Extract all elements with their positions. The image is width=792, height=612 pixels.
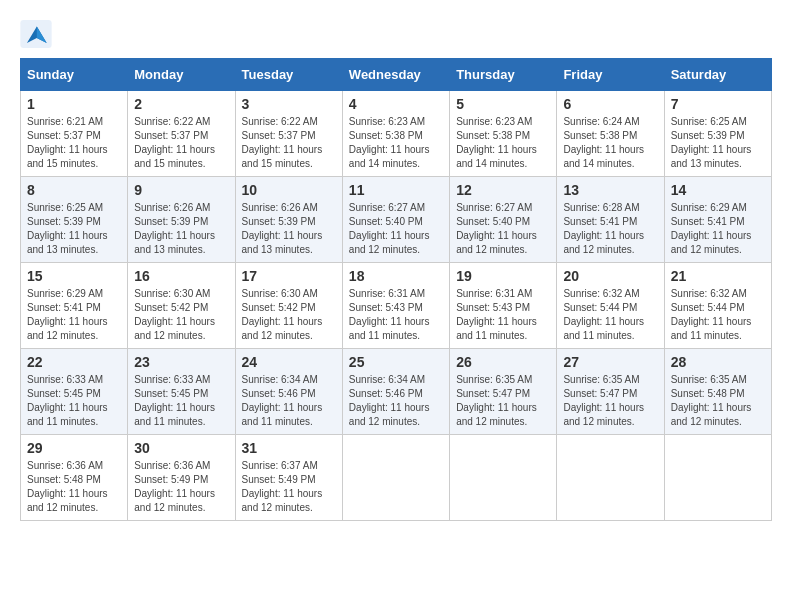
day-number: 13 — [563, 182, 657, 198]
day-number: 22 — [27, 354, 121, 370]
day-info: Sunrise: 6:22 AMSunset: 5:37 PMDaylight:… — [242, 115, 336, 171]
day-number: 19 — [456, 268, 550, 284]
calendar-week-row: 8Sunrise: 6:25 AMSunset: 5:39 PMDaylight… — [21, 177, 772, 263]
day-info: Sunrise: 6:35 AMSunset: 5:47 PMDaylight:… — [456, 373, 550, 429]
day-number: 25 — [349, 354, 443, 370]
calendar-cell: 4Sunrise: 6:23 AMSunset: 5:38 PMDaylight… — [342, 91, 449, 177]
calendar-cell: 15Sunrise: 6:29 AMSunset: 5:41 PMDayligh… — [21, 263, 128, 349]
day-number: 2 — [134, 96, 228, 112]
calendar-cell — [664, 435, 771, 521]
day-info: Sunrise: 6:37 AMSunset: 5:49 PMDaylight:… — [242, 459, 336, 515]
day-info: Sunrise: 6:31 AMSunset: 5:43 PMDaylight:… — [456, 287, 550, 343]
calendar-cell: 27Sunrise: 6:35 AMSunset: 5:47 PMDayligh… — [557, 349, 664, 435]
day-number: 31 — [242, 440, 336, 456]
day-info: Sunrise: 6:21 AMSunset: 5:37 PMDaylight:… — [27, 115, 121, 171]
calendar-cell: 19Sunrise: 6:31 AMSunset: 5:43 PMDayligh… — [450, 263, 557, 349]
calendar-week-row: 22Sunrise: 6:33 AMSunset: 5:45 PMDayligh… — [21, 349, 772, 435]
day-number: 30 — [134, 440, 228, 456]
day-info: Sunrise: 6:27 AMSunset: 5:40 PMDaylight:… — [456, 201, 550, 257]
day-number: 9 — [134, 182, 228, 198]
calendar-cell — [450, 435, 557, 521]
day-number: 16 — [134, 268, 228, 284]
day-info: Sunrise: 6:30 AMSunset: 5:42 PMDaylight:… — [242, 287, 336, 343]
day-number: 3 — [242, 96, 336, 112]
day-info: Sunrise: 6:26 AMSunset: 5:39 PMDaylight:… — [134, 201, 228, 257]
calendar-header-row: SundayMondayTuesdayWednesdayThursdayFrid… — [21, 59, 772, 91]
day-number: 15 — [27, 268, 121, 284]
calendar-cell: 12Sunrise: 6:27 AMSunset: 5:40 PMDayligh… — [450, 177, 557, 263]
day-number: 6 — [563, 96, 657, 112]
calendar-cell: 25Sunrise: 6:34 AMSunset: 5:46 PMDayligh… — [342, 349, 449, 435]
day-info: Sunrise: 6:29 AMSunset: 5:41 PMDaylight:… — [27, 287, 121, 343]
day-number: 28 — [671, 354, 765, 370]
day-info: Sunrise: 6:24 AMSunset: 5:38 PMDaylight:… — [563, 115, 657, 171]
header-tuesday: Tuesday — [235, 59, 342, 91]
day-info: Sunrise: 6:23 AMSunset: 5:38 PMDaylight:… — [349, 115, 443, 171]
calendar-cell: 28Sunrise: 6:35 AMSunset: 5:48 PMDayligh… — [664, 349, 771, 435]
day-info: Sunrise: 6:36 AMSunset: 5:48 PMDaylight:… — [27, 459, 121, 515]
calendar-cell: 22Sunrise: 6:33 AMSunset: 5:45 PMDayligh… — [21, 349, 128, 435]
calendar-cell: 6Sunrise: 6:24 AMSunset: 5:38 PMDaylight… — [557, 91, 664, 177]
calendar-cell: 14Sunrise: 6:29 AMSunset: 5:41 PMDayligh… — [664, 177, 771, 263]
calendar-cell: 1Sunrise: 6:21 AMSunset: 5:37 PMDaylight… — [21, 91, 128, 177]
day-number: 29 — [27, 440, 121, 456]
day-info: Sunrise: 6:33 AMSunset: 5:45 PMDaylight:… — [27, 373, 121, 429]
calendar-cell: 7Sunrise: 6:25 AMSunset: 5:39 PMDaylight… — [664, 91, 771, 177]
calendar-cell: 23Sunrise: 6:33 AMSunset: 5:45 PMDayligh… — [128, 349, 235, 435]
calendar-cell: 11Sunrise: 6:27 AMSunset: 5:40 PMDayligh… — [342, 177, 449, 263]
calendar-week-row: 29Sunrise: 6:36 AMSunset: 5:48 PMDayligh… — [21, 435, 772, 521]
day-info: Sunrise: 6:32 AMSunset: 5:44 PMDaylight:… — [671, 287, 765, 343]
calendar-cell: 30Sunrise: 6:36 AMSunset: 5:49 PMDayligh… — [128, 435, 235, 521]
header-sunday: Sunday — [21, 59, 128, 91]
calendar-table: SundayMondayTuesdayWednesdayThursdayFrid… — [20, 58, 772, 521]
day-info: Sunrise: 6:25 AMSunset: 5:39 PMDaylight:… — [671, 115, 765, 171]
day-number: 5 — [456, 96, 550, 112]
day-info: Sunrise: 6:33 AMSunset: 5:45 PMDaylight:… — [134, 373, 228, 429]
day-number: 1 — [27, 96, 121, 112]
day-info: Sunrise: 6:27 AMSunset: 5:40 PMDaylight:… — [349, 201, 443, 257]
header-thursday: Thursday — [450, 59, 557, 91]
calendar-cell — [557, 435, 664, 521]
calendar-cell: 2Sunrise: 6:22 AMSunset: 5:37 PMDaylight… — [128, 91, 235, 177]
day-info: Sunrise: 6:22 AMSunset: 5:37 PMDaylight:… — [134, 115, 228, 171]
day-number: 21 — [671, 268, 765, 284]
logo-icon — [20, 20, 52, 48]
day-number: 4 — [349, 96, 443, 112]
calendar-cell: 18Sunrise: 6:31 AMSunset: 5:43 PMDayligh… — [342, 263, 449, 349]
day-number: 11 — [349, 182, 443, 198]
day-info: Sunrise: 6:28 AMSunset: 5:41 PMDaylight:… — [563, 201, 657, 257]
header-friday: Friday — [557, 59, 664, 91]
day-info: Sunrise: 6:31 AMSunset: 5:43 PMDaylight:… — [349, 287, 443, 343]
day-info: Sunrise: 6:32 AMSunset: 5:44 PMDaylight:… — [563, 287, 657, 343]
day-number: 18 — [349, 268, 443, 284]
day-number: 27 — [563, 354, 657, 370]
day-number: 14 — [671, 182, 765, 198]
calendar-cell: 17Sunrise: 6:30 AMSunset: 5:42 PMDayligh… — [235, 263, 342, 349]
calendar-cell: 10Sunrise: 6:26 AMSunset: 5:39 PMDayligh… — [235, 177, 342, 263]
day-info: Sunrise: 6:23 AMSunset: 5:38 PMDaylight:… — [456, 115, 550, 171]
day-number: 7 — [671, 96, 765, 112]
calendar-week-row: 1Sunrise: 6:21 AMSunset: 5:37 PMDaylight… — [21, 91, 772, 177]
calendar-cell: 29Sunrise: 6:36 AMSunset: 5:48 PMDayligh… — [21, 435, 128, 521]
day-info: Sunrise: 6:34 AMSunset: 5:46 PMDaylight:… — [349, 373, 443, 429]
header-wednesday: Wednesday — [342, 59, 449, 91]
day-info: Sunrise: 6:25 AMSunset: 5:39 PMDaylight:… — [27, 201, 121, 257]
logo — [20, 20, 58, 48]
day-info: Sunrise: 6:35 AMSunset: 5:47 PMDaylight:… — [563, 373, 657, 429]
header-monday: Monday — [128, 59, 235, 91]
calendar-week-row: 15Sunrise: 6:29 AMSunset: 5:41 PMDayligh… — [21, 263, 772, 349]
day-info: Sunrise: 6:26 AMSunset: 5:39 PMDaylight:… — [242, 201, 336, 257]
day-number: 17 — [242, 268, 336, 284]
day-info: Sunrise: 6:35 AMSunset: 5:48 PMDaylight:… — [671, 373, 765, 429]
calendar-cell: 20Sunrise: 6:32 AMSunset: 5:44 PMDayligh… — [557, 263, 664, 349]
calendar-cell: 5Sunrise: 6:23 AMSunset: 5:38 PMDaylight… — [450, 91, 557, 177]
header — [20, 20, 772, 48]
day-info: Sunrise: 6:30 AMSunset: 5:42 PMDaylight:… — [134, 287, 228, 343]
day-info: Sunrise: 6:36 AMSunset: 5:49 PMDaylight:… — [134, 459, 228, 515]
calendar-cell: 13Sunrise: 6:28 AMSunset: 5:41 PMDayligh… — [557, 177, 664, 263]
calendar-cell — [342, 435, 449, 521]
day-number: 12 — [456, 182, 550, 198]
day-number: 23 — [134, 354, 228, 370]
header-saturday: Saturday — [664, 59, 771, 91]
day-number: 20 — [563, 268, 657, 284]
